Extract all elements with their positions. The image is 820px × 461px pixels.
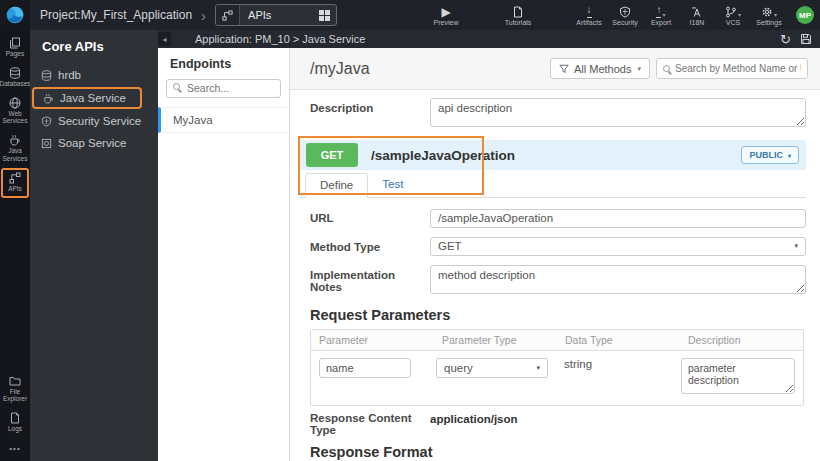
caret-down-icon: ▾ (637, 65, 641, 73)
api-nodes-icon (9, 172, 21, 184)
play-icon: ▶ (441, 6, 450, 18)
method-search-input[interactable] (675, 63, 801, 74)
endpoints-search-input[interactable] (166, 79, 281, 98)
caret-down-icon: ▾ (536, 364, 540, 372)
service-item-security-service[interactable]: Security Service (30, 110, 158, 132)
column-parameter: Parameter (311, 330, 434, 350)
operation-tabs: Define Test (300, 173, 806, 198)
tutorials-label: Tutorials (505, 19, 532, 26)
artifacts-button[interactable]: ↓ Artifacts (572, 5, 606, 26)
method-type-value: GET (438, 240, 462, 252)
coffee-icon (9, 134, 21, 146)
sidebar-item-file-explorer[interactable]: File Explorer (1, 371, 29, 409)
collapse-panel-button[interactable]: ◄ (158, 32, 171, 46)
tab-test[interactable]: Test (368, 173, 417, 197)
save-icon[interactable] (800, 33, 812, 45)
caret-down-icon: ▾ (774, 11, 777, 18)
i18n-label: I18N (690, 19, 705, 26)
tutorials-doc-icon (512, 6, 524, 18)
java-service-label: Java Service (60, 92, 126, 104)
request-parameters-table: Parameter Parameter Type Data Type Descr… (310, 329, 804, 406)
api-nodes-icon (216, 5, 240, 25)
grid-icon[interactable] (319, 10, 330, 21)
funnel-icon (559, 64, 569, 74)
project-name: Project:My_First_Application (40, 8, 192, 22)
caret-down-icon: ▾ (794, 242, 798, 250)
i18n-button[interactable]: I18N (680, 5, 714, 26)
more-options-icon[interactable]: ••• (9, 438, 20, 461)
method-type-select[interactable]: GET ▾ (430, 237, 806, 256)
sidebar-item-apis[interactable]: APIs (1, 168, 29, 198)
request-parameters-title: Request Parameters (310, 307, 806, 323)
chevron-right-icon: › (201, 7, 206, 24)
pages-label: Pages (6, 50, 24, 58)
column-description: Description (680, 330, 803, 350)
method-type-label: Method Type (310, 237, 430, 256)
coffee-icon (42, 93, 54, 104)
implementation-notes-textarea[interactable]: method description (430, 265, 806, 294)
response-format-title: Response Format (310, 444, 806, 460)
wavemaker-logo-icon (5, 5, 25, 25)
visibility-label: PUBLIC (749, 150, 783, 160)
service-item-soap-service[interactable]: Soap Service (30, 132, 158, 154)
vcs-button[interactable]: ▾ VCS (716, 5, 750, 26)
download-tray-icon: ↓ (587, 5, 592, 18)
method-bar[interactable]: GET /sampleJavaOperation PUBLIC ▾ (300, 140, 806, 170)
description-label: Description (310, 98, 430, 131)
endpoint-item-myjava[interactable]: MyJava (158, 107, 289, 133)
parameter-description-textarea[interactable]: parameter description (681, 358, 795, 394)
visibility-dropdown[interactable]: PUBLIC ▾ (741, 146, 799, 164)
preview-button[interactable]: ▶ Preview (429, 5, 463, 26)
shield-icon (40, 116, 52, 127)
export-label: Export (651, 19, 671, 26)
parameter-type-select[interactable]: query ▾ (436, 358, 548, 378)
web-services-label: Web Services (1, 110, 29, 126)
security-button[interactable]: Security (608, 5, 642, 26)
response-content-type-label: Response Content Type (310, 412, 430, 436)
upload-tray-icon: ↑ (656, 5, 661, 18)
method-badge[interactable]: GET (306, 143, 358, 167)
all-methods-filter-button[interactable]: All Methods ▾ (550, 58, 650, 79)
hrdb-label: hrdb (58, 69, 81, 81)
security-label: Security (612, 19, 637, 26)
java-services-label: Java Services (1, 147, 29, 163)
caret-down-icon: ▾ (788, 152, 791, 159)
url-input[interactable] (430, 209, 806, 228)
parameter-type-value: query (444, 362, 473, 374)
branch-icon (725, 6, 737, 18)
sidebar-item-pages[interactable]: Pages (1, 33, 29, 63)
app-logo[interactable] (0, 0, 30, 30)
sidebar-item-logs[interactable]: Logs (1, 408, 29, 438)
settings-button[interactable]: ▾ Settings (752, 5, 786, 26)
folder-icon (9, 375, 21, 387)
operation-path: /sampleJavaOperation (371, 148, 515, 163)
artifacts-label: Artifacts (576, 19, 601, 26)
search-icon (173, 83, 180, 90)
tutorials-button[interactable]: Tutorials (501, 5, 535, 26)
sidebar-item-web-services[interactable]: Web Services (1, 93, 29, 131)
api-title: /myJava (310, 60, 370, 78)
apis-workspace-tab[interactable]: APIs (215, 4, 337, 26)
parameter-name-input[interactable] (319, 358, 411, 378)
soap-icon (40, 138, 52, 149)
user-avatar[interactable]: MP (796, 6, 814, 24)
globe-icon (9, 97, 21, 109)
api-editor-content: Description api description GET /sampleJ… (290, 90, 820, 461)
security-service-label: Security Service (58, 115, 141, 127)
service-item-hrdb[interactable]: hrdb (30, 64, 158, 86)
shield-icon (619, 6, 631, 18)
caret-down-icon: ▾ (662, 11, 665, 18)
caret-down-icon: ▾ (738, 11, 741, 18)
tab-define[interactable]: Define (305, 173, 368, 198)
service-item-java-service[interactable]: Java Service (32, 87, 142, 109)
url-label: URL (310, 208, 430, 228)
refresh-icon[interactable]: ↻ (780, 33, 791, 46)
description-textarea[interactable]: api description (430, 98, 806, 127)
logs-label: Logs (8, 425, 22, 433)
topbar-actions: ↓ Artifacts Security ↑▾ Export I18N ▾ VC… (572, 5, 820, 26)
table-row: query ▾ string parameter description (311, 351, 803, 405)
export-button[interactable]: ↑▾ Export (644, 5, 678, 26)
sidebar-item-databases[interactable]: Databases (1, 63, 29, 93)
operation-section: GET /sampleJavaOperation PUBLIC ▾ Define… (300, 140, 806, 198)
sidebar-item-java-services[interactable]: Java Services (1, 130, 29, 168)
